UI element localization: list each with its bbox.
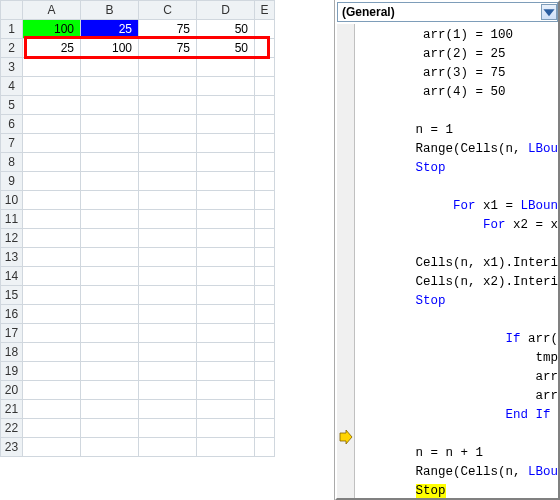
spreadsheet-grid[interactable]: A B C D E 1 100 25 75 50 2 25 100 75 50 <box>0 0 275 457</box>
cell-c1[interactable]: 75 <box>139 20 197 39</box>
col-header-d[interactable]: D <box>197 1 255 20</box>
select-all-corner[interactable] <box>1 1 23 20</box>
cell-c2[interactable]: 75 <box>139 39 197 58</box>
svg-marker-1 <box>340 430 352 444</box>
row-header[interactable]: 16 <box>1 305 23 324</box>
row-header[interactable]: 17 <box>1 324 23 343</box>
row-header[interactable]: 11 <box>1 210 23 229</box>
chevron-down-icon[interactable] <box>541 4 557 20</box>
row-header[interactable]: 6 <box>1 115 23 134</box>
svg-marker-0 <box>543 9 554 16</box>
cell-d1[interactable]: 50 <box>197 20 255 39</box>
code-header: (General) <box>337 2 558 22</box>
row-header[interactable]: 21 <box>1 400 23 419</box>
row-header[interactable]: 4 <box>1 77 23 96</box>
col-header-b[interactable]: B <box>81 1 139 20</box>
cell-b1[interactable]: 25 <box>81 20 139 39</box>
execution-pointer-icon <box>339 430 353 444</box>
cell-d2[interactable]: 50 <box>197 39 255 58</box>
code-editor-pane: (General) arr(1) = 100 arr(2) = 25 arr(3… <box>335 0 560 500</box>
col-header-a[interactable]: A <box>23 1 81 20</box>
row-header[interactable]: 15 <box>1 286 23 305</box>
procedure-combo[interactable]: (General) <box>337 2 558 22</box>
row-header[interactable]: 5 <box>1 96 23 115</box>
row-header[interactable]: 22 <box>1 419 23 438</box>
cell-e1[interactable] <box>255 20 275 39</box>
row-header[interactable]: 13 <box>1 248 23 267</box>
spreadsheet-pane: A B C D E 1 100 25 75 50 2 25 100 75 50 <box>0 0 335 500</box>
row-header[interactable]: 8 <box>1 153 23 172</box>
col-header-e[interactable]: E <box>255 1 275 20</box>
row-header[interactable]: 23 <box>1 438 23 457</box>
row-header[interactable]: 18 <box>1 343 23 362</box>
cell-a2[interactable]: 25 <box>23 39 81 58</box>
row-header[interactable]: 12 <box>1 229 23 248</box>
row-header[interactable]: 19 <box>1 362 23 381</box>
row-header[interactable]: 1 <box>1 20 23 39</box>
row-header[interactable]: 2 <box>1 39 23 58</box>
current-line-highlight: Stop <box>416 484 446 498</box>
row-header[interactable]: 7 <box>1 134 23 153</box>
row-header[interactable]: 20 <box>1 381 23 400</box>
col-header-c[interactable]: C <box>139 1 197 20</box>
row-header[interactable]: 14 <box>1 267 23 286</box>
code-gutter <box>337 24 355 498</box>
procedure-combo-label: (General) <box>342 5 395 19</box>
code-body[interactable]: arr(1) = 100 arr(2) = 25 arr(3) = 75 arr… <box>355 24 558 498</box>
cell-e2[interactable] <box>255 39 275 58</box>
row-header[interactable]: 9 <box>1 172 23 191</box>
row-header[interactable]: 10 <box>1 191 23 210</box>
cell-a1[interactable]: 100 <box>23 20 81 39</box>
row-header[interactable]: 3 <box>1 58 23 77</box>
cell-b2[interactable]: 100 <box>81 39 139 58</box>
